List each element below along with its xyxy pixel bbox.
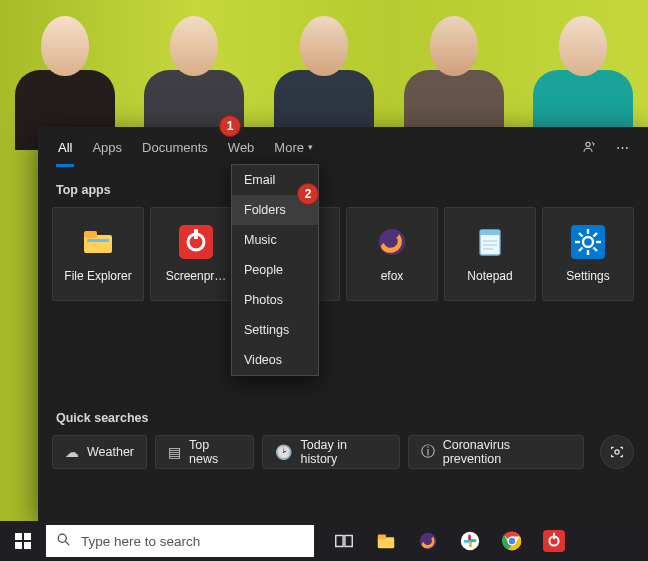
top-apps-row: File Explorer Screenpr… efox Notepad: [38, 207, 648, 301]
taskbar-firefox[interactable]: [408, 521, 448, 561]
svg-rect-46: [553, 533, 555, 539]
quick-searches-row: ☁ Weather ▤ Top news 🕑 Today in history …: [38, 435, 648, 469]
svg-rect-33: [378, 535, 386, 540]
firefox-icon: [375, 225, 409, 259]
tab-all[interactable]: All: [48, 127, 82, 167]
more-item-settings[interactable]: Settings: [232, 315, 318, 345]
app-tile-file-explorer[interactable]: File Explorer: [52, 207, 144, 301]
history-icon: 🕑: [275, 444, 292, 460]
svg-rect-38: [469, 541, 472, 547]
taskbar-search-box[interactable]: Type here to search: [46, 525, 314, 557]
quick-search-today-in-history[interactable]: 🕑 Today in history: [262, 435, 399, 469]
app-label: Screenpr…: [166, 269, 227, 283]
taskbar-pinned-apps: [324, 521, 574, 561]
search-icon: [56, 532, 71, 550]
taskbar-chrome[interactable]: [492, 521, 532, 561]
quick-searches-heading: Quick searches: [56, 411, 648, 425]
more-item-music[interactable]: Music: [232, 225, 318, 255]
svg-point-0: [586, 142, 590, 146]
app-label: Settings: [566, 269, 609, 283]
search-filter-tabs: All Apps Documents Web More ▾ ⋯: [38, 127, 648, 167]
search-flyout: All Apps Documents Web More ▾ ⋯ Top apps…: [38, 127, 648, 521]
notepad-icon: [473, 225, 507, 259]
svg-line-29: [65, 541, 69, 545]
quick-search-coronavirus[interactable]: ⓘ Coronavirus prevention: [408, 435, 584, 469]
app-tile-settings[interactable]: Settings: [542, 207, 634, 301]
tab-apps[interactable]: Apps: [82, 127, 132, 167]
start-button[interactable]: [0, 521, 46, 561]
chip-label: Coronavirus prevention: [443, 438, 571, 466]
more-item-videos[interactable]: Videos: [232, 345, 318, 375]
svg-rect-24: [15, 533, 22, 540]
task-view-button[interactable]: [324, 521, 364, 561]
tab-more[interactable]: More ▾: [264, 127, 323, 167]
app-tile-screenpresso[interactable]: Screenpr…: [150, 207, 242, 301]
quick-search-top-news[interactable]: ▤ Top news: [155, 435, 254, 469]
svg-rect-30: [336, 536, 343, 547]
app-label: efox: [381, 269, 404, 283]
svg-rect-9: [480, 230, 500, 235]
more-item-people[interactable]: People: [232, 255, 318, 285]
svg-rect-2: [84, 231, 97, 238]
news-icon: ▤: [168, 444, 181, 460]
screenpresso-icon: [179, 225, 213, 259]
chevron-down-icon: ▾: [308, 142, 313, 152]
app-tile-notepad[interactable]: Notepad: [444, 207, 536, 301]
tab-more-label: More: [274, 140, 304, 155]
chip-label: Weather: [87, 445, 134, 459]
svg-rect-31: [345, 536, 352, 547]
annotation-badge-2: 2: [297, 183, 319, 205]
info-icon: ⓘ: [421, 443, 435, 461]
feedback-icon[interactable]: [574, 139, 606, 155]
svg-point-23: [615, 450, 619, 454]
svg-point-28: [58, 534, 66, 542]
more-item-photos[interactable]: Photos: [232, 285, 318, 315]
weather-icon: ☁: [65, 444, 79, 460]
taskbar-slack[interactable]: [450, 521, 490, 561]
chip-label: Today in history: [300, 438, 386, 466]
app-label: File Explorer: [64, 269, 131, 283]
file-explorer-icon: [81, 225, 115, 259]
settings-icon: [571, 225, 605, 259]
screenshot-search-button[interactable]: [600, 435, 634, 469]
svg-point-35: [461, 532, 479, 550]
app-label: Notepad: [467, 269, 512, 283]
quick-search-weather[interactable]: ☁ Weather: [52, 435, 147, 469]
svg-rect-39: [470, 539, 476, 542]
svg-rect-25: [24, 533, 31, 540]
app-tile-firefox[interactable]: efox: [346, 207, 438, 301]
svg-rect-37: [464, 540, 470, 543]
taskbar-screenpresso[interactable]: [534, 521, 574, 561]
taskbar: Type here to search: [0, 521, 648, 561]
more-options-icon[interactable]: ⋯: [606, 140, 638, 155]
svg-rect-6: [194, 229, 198, 239]
svg-rect-26: [15, 542, 22, 549]
search-placeholder: Type here to search: [81, 534, 200, 549]
top-apps-heading: Top apps: [56, 183, 648, 197]
chip-label: Top news: [189, 438, 241, 466]
svg-rect-27: [24, 542, 31, 549]
svg-rect-3: [87, 239, 109, 242]
tab-documents[interactable]: Documents: [132, 127, 218, 167]
annotation-badge-1: 1: [219, 115, 241, 137]
taskbar-file-explorer[interactable]: [366, 521, 406, 561]
